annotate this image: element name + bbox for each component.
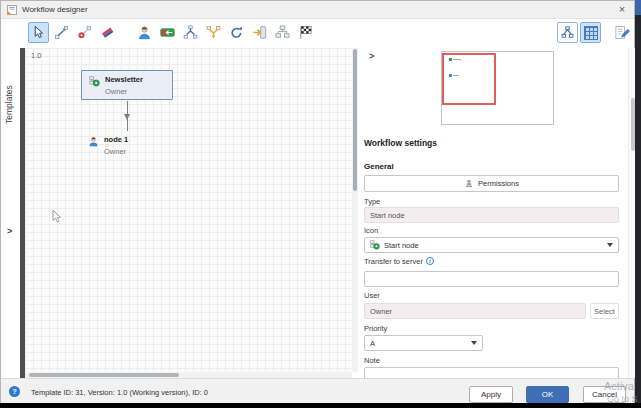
canvas-version-label: 1.0: [31, 51, 41, 60]
connector-icon: [54, 25, 69, 40]
eraser-icon: [100, 25, 115, 40]
org-chart-tool-button[interactable]: [272, 22, 293, 43]
user-field: Owner: [364, 303, 586, 319]
fork-icon: [183, 25, 198, 40]
templates-panel-collapsed: Templates >: [1, 48, 20, 378]
close-icon[interactable]: ×: [614, 2, 630, 17]
select-user-button[interactable]: Select: [590, 303, 619, 319]
type-label: Type: [364, 197, 380, 206]
minimap-node-user: [449, 74, 459, 77]
start-node-icon: [370, 240, 380, 250]
grid-toggle-button[interactable]: [580, 22, 601, 43]
user-node-icon: [88, 136, 99, 147]
user-icon: [137, 25, 152, 40]
activation-watermark-line2: Go to S: [607, 394, 638, 404]
loop-icon: [229, 25, 244, 40]
icon-label: Icon: [364, 226, 378, 235]
type-field: Start node: [364, 207, 619, 223]
screen: Workflow designer ×: [0, 0, 641, 408]
panel-expand-chevron-icon[interactable]: >: [369, 51, 374, 61]
workflow-canvas[interactable]: 1.0 Newsletter Owner: [25, 48, 352, 378]
exit-icon: [252, 25, 267, 40]
user-tool-button[interactable]: [134, 22, 155, 43]
type-value: Start node: [370, 211, 405, 220]
node-title: node 1: [104, 135, 128, 144]
grid-icon: [584, 26, 598, 40]
finish-flag-tool-button[interactable]: [295, 22, 316, 43]
edit-form-icon: [614, 25, 630, 40]
help-icon[interactable]: ?: [9, 386, 20, 397]
desktop-edge-right: [635, 0, 641, 408]
window-title: Workflow designer: [22, 5, 88, 14]
general-section-heading: General: [364, 162, 394, 171]
icon-dropdown[interactable]: Start node: [364, 237, 619, 253]
node-owner-label: Owner: [105, 87, 127, 96]
titlebar: Workflow designer ×: [1, 1, 634, 19]
minimap-node-start: [449, 58, 461, 61]
fork-tool-button[interactable]: [180, 22, 201, 43]
toolbar: [1, 19, 634, 48]
transition-tool-button[interactable]: [157, 22, 178, 43]
settings-panel: > Workflow settings General Permission: [358, 48, 636, 378]
template-status-text: Template ID: 31, Version: 1.0 (Working v…: [31, 388, 208, 397]
chevron-down-icon: [471, 341, 477, 345]
panel-title: Workflow settings: [364, 138, 437, 148]
workflow-designer-window: Workflow designer ×: [0, 0, 635, 403]
merge-icon: [206, 25, 221, 40]
pointer-tool-button[interactable]: [28, 22, 49, 43]
finish-flag-icon: [298, 25, 313, 40]
ok-button[interactable]: OK: [526, 386, 569, 403]
edit-form-button[interactable]: [611, 22, 632, 43]
app-icon: [7, 5, 17, 15]
merge-tool-button[interactable]: [203, 22, 224, 43]
node-owner-label: Owner: [104, 147, 126, 156]
note-label: Note: [364, 356, 380, 365]
templates-panel-label: Templates: [4, 85, 14, 124]
note-textarea[interactable]: [364, 367, 619, 378]
transfer-label-text: Transfer to server: [364, 257, 423, 266]
mouse-cursor-icon: [51, 209, 62, 224]
disconnect-icon: [77, 25, 92, 40]
select-label: Select: [594, 307, 615, 316]
permissions-label: Permissions: [478, 179, 519, 188]
workflow-node-node1[interactable]: node 1 Owner: [81, 131, 159, 161]
templates-expand-chevron-icon[interactable]: >: [7, 226, 12, 236]
desktop-edge-accent: [635, 0, 641, 15]
transfer-to-server-input[interactable]: [364, 271, 619, 287]
priority-dropdown[interactable]: A: [364, 335, 483, 351]
tree-layout-button[interactable]: [557, 22, 578, 43]
connect-tool-button[interactable]: [51, 22, 72, 43]
statusbar: ? Template ID: 31, Version: 1.0 (Working…: [1, 378, 634, 403]
activation-watermark-line1: Activa: [604, 380, 634, 392]
permissions-button[interactable]: Permissions: [364, 175, 619, 192]
transfer-to-server-label: Transfer to serveri: [364, 257, 434, 266]
user-value: Owner: [370, 307, 392, 316]
user-label: User: [364, 291, 380, 300]
transition-icon: [160, 25, 175, 40]
scrollbar-thumb[interactable]: [29, 373, 179, 377]
loop-tool-button[interactable]: [226, 22, 247, 43]
permissions-icon: [464, 179, 474, 189]
info-icon[interactable]: i: [426, 257, 434, 265]
priority-value: A: [370, 339, 375, 348]
icon-dropdown-value: Start node: [384, 241, 419, 250]
desktop-edge-bottom: [0, 403, 641, 408]
start-node-icon: [89, 76, 100, 87]
node-title: Newsletter: [105, 75, 143, 84]
priority-label: Priority: [364, 324, 387, 333]
minimap[interactable]: [441, 51, 554, 125]
org-chart-icon: [275, 25, 290, 40]
tree-layout-icon: [560, 25, 575, 40]
exit-tool-button[interactable]: [249, 22, 270, 43]
scrollbar-thumb[interactable]: [353, 49, 357, 191]
apply-button[interactable]: Apply: [469, 386, 513, 403]
pointer-icon: [31, 25, 46, 40]
edge-arrowhead-icon: [124, 114, 130, 120]
chevron-down-icon: [607, 243, 613, 247]
workflow-node-newsletter[interactable]: Newsletter Owner: [81, 70, 173, 100]
eraser-tool-button[interactable]: [97, 22, 118, 43]
disconnect-tool-button[interactable]: [74, 22, 95, 43]
